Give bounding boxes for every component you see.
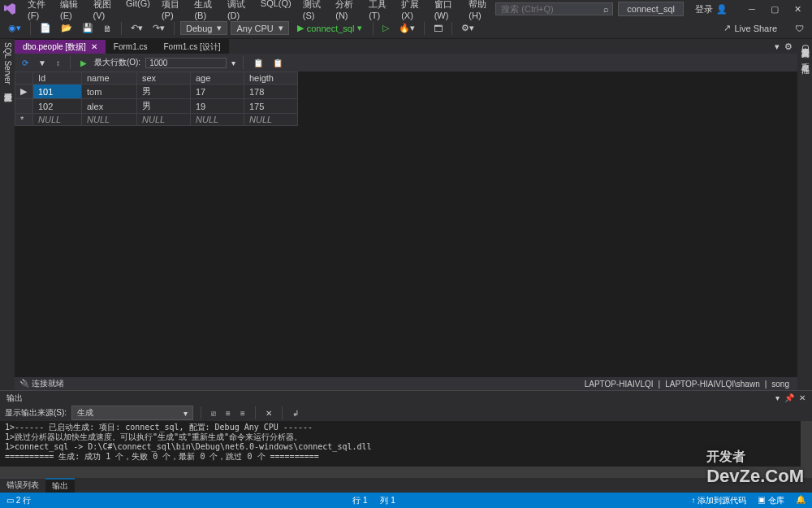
table-row[interactable]: 102alex男19175 xyxy=(15,99,298,114)
login-button[interactable]: 登录 👤 xyxy=(689,2,734,17)
tab-settings-icon[interactable]: ⚙ xyxy=(784,41,793,52)
cell[interactable]: NULL xyxy=(33,114,82,126)
table-row[interactable]: *NULLNULLNULLNULLNULL xyxy=(15,114,298,126)
search-icon[interactable]: ⌕ xyxy=(603,4,609,14)
save-all-button[interactable]: 🗎 xyxy=(100,22,115,35)
find-icon[interactable]: ⎚ xyxy=(209,408,218,419)
new-button[interactable]: 📄 xyxy=(37,21,54,35)
right-side-rail[interactable]: 解决方案资源管理器 Git 更改 属性 xyxy=(797,39,812,390)
menu-item[interactable]: 分析(N) xyxy=(330,0,362,22)
doc-tab[interactable]: Form1.cs [设计] xyxy=(156,39,229,54)
output-text[interactable]: 1>------ 已启动生成: 项目: connect_sql, 配置: Deb… xyxy=(0,421,812,467)
menu-item[interactable]: Git(G) xyxy=(121,0,155,22)
global-search[interactable]: ⌕ xyxy=(495,2,613,15)
user-icon: 👤 xyxy=(716,4,728,15)
back-button[interactable]: ◉▾ xyxy=(5,21,24,35)
cell[interactable]: tom xyxy=(82,85,137,99)
output-scrollbar[interactable] xyxy=(801,421,812,467)
browse-button[interactable]: 🗔 xyxy=(430,22,446,35)
panel-dropdown-icon[interactable]: ▾ xyxy=(775,393,780,402)
tool-button[interactable]: ⚙▾ xyxy=(458,21,477,35)
tab-dropdown[interactable]: ▾ xyxy=(775,41,780,52)
hot-reload-button[interactable]: 🔥▾ xyxy=(395,21,418,35)
max-rows-input[interactable] xyxy=(145,58,227,68)
cell[interactable]: 17 xyxy=(191,85,244,99)
panel-close-icon[interactable]: ✕ xyxy=(799,393,806,402)
execute-icon[interactable]: ▶ xyxy=(78,58,89,68)
menu-item[interactable]: 工具(T) xyxy=(364,0,395,22)
menu-item[interactable]: 窗口(W) xyxy=(430,0,463,22)
tab-errorlist[interactable]: 错误列表 xyxy=(0,478,45,493)
undo-button[interactable]: ↶▾ xyxy=(127,21,146,35)
prev-icon[interactable]: ≡ xyxy=(223,408,233,419)
refresh-icon[interactable]: ⟳ xyxy=(19,58,31,68)
filter-icon[interactable]: ▼ xyxy=(36,58,49,68)
data-grid[interactable]: Idnamesexageheigth▶101tom男17178102alex男1… xyxy=(15,72,298,126)
status-repo[interactable]: ▣ 仓库 xyxy=(758,495,784,506)
menu-item[interactable]: 生成(B) xyxy=(189,0,220,22)
column-header[interactable]: name xyxy=(82,72,137,85)
column-header[interactable]: age xyxy=(191,72,244,85)
left-side-rail[interactable]: SQL Server 对象资源管理器 xyxy=(0,39,15,390)
output-toolbar: 显示输出来源(S): 生成▾ ⎚ ≡ ≡ ✕ ↲ xyxy=(0,405,812,421)
doc-tab[interactable]: dbo.people [数据]✕ xyxy=(15,39,106,54)
wrap-icon[interactable]: ↲ xyxy=(290,408,301,419)
status-add-source[interactable]: ↑ 添加到源代码 xyxy=(691,495,746,506)
row-selector[interactable]: * xyxy=(15,114,33,126)
close-button[interactable]: ✕ xyxy=(786,1,809,17)
cell[interactable]: 102 xyxy=(33,99,82,114)
tab-output[interactable]: 输出 xyxy=(45,478,75,493)
cell[interactable]: NULL xyxy=(82,114,137,126)
output-hscrollbar[interactable] xyxy=(0,467,812,478)
status-rows: ▭ 2 行 xyxy=(6,495,31,506)
menu-item[interactable]: 编辑(E) xyxy=(55,0,86,22)
column-header[interactable]: sex xyxy=(137,72,191,85)
column-header[interactable]: heigth xyxy=(244,72,298,85)
minimize-button[interactable]: ─ xyxy=(741,1,763,17)
row-selector[interactable] xyxy=(15,99,33,114)
menu-item[interactable]: 测试(S) xyxy=(298,0,329,22)
cell[interactable]: 男 xyxy=(137,85,191,99)
next-icon[interactable]: ≡ xyxy=(238,408,248,419)
liveshare-button[interactable]: ↗Live Share xyxy=(717,21,784,35)
cell[interactable]: 男 xyxy=(137,99,191,114)
config-dropdown[interactable]: Debug▾ xyxy=(180,21,227,35)
panel-pin-icon[interactable]: 📌 xyxy=(784,393,794,402)
redo-button[interactable]: ↷▾ xyxy=(149,21,168,35)
menu-item[interactable]: 扩展(X) xyxy=(396,0,427,22)
cell[interactable]: 19 xyxy=(191,99,244,114)
save-button[interactable]: 💾 xyxy=(79,21,97,35)
script2-icon[interactable]: 📋 xyxy=(270,58,285,68)
close-tab-icon[interactable]: ✕ xyxy=(91,42,97,51)
menu-item[interactable]: SQL(Q) xyxy=(256,0,296,22)
script-icon[interactable]: 📋 xyxy=(251,58,266,68)
cell[interactable]: NULL xyxy=(244,114,298,126)
clear-icon[interactable]: ✕ xyxy=(263,408,274,419)
cell[interactable]: alex xyxy=(82,99,137,114)
menu-item[interactable]: 文件(F) xyxy=(23,0,54,22)
table-row[interactable]: ▶101tom男17178 xyxy=(15,85,298,99)
row-selector[interactable]: ▶ xyxy=(15,85,33,99)
cell[interactable]: 175 xyxy=(244,99,298,114)
open-button[interactable]: 📂 xyxy=(58,21,76,35)
cell[interactable]: 178 xyxy=(244,85,298,99)
run-button[interactable]: ▶ connect_sql ▾ xyxy=(292,21,368,35)
sort-icon[interactable]: ↕ xyxy=(54,58,63,68)
menu-item[interactable]: 帮助(H) xyxy=(464,0,495,22)
menu-item[interactable]: 项目(P) xyxy=(157,0,188,22)
chevron-down-icon[interactable]: ▾ xyxy=(231,59,235,67)
status-bell-icon[interactable]: 🔔 xyxy=(796,495,806,506)
search-input[interactable] xyxy=(501,4,607,14)
run-noDebug-button[interactable]: ▷ xyxy=(379,21,392,35)
cell[interactable]: NULL xyxy=(137,114,191,126)
output-source-dropdown[interactable]: 生成▾ xyxy=(71,406,193,420)
cell[interactable]: NULL xyxy=(191,114,244,126)
project-selector[interactable]: connect_sql xyxy=(618,2,684,16)
cell[interactable]: 101 xyxy=(33,85,82,99)
doc-tab[interactable]: Form1.cs xyxy=(106,39,156,54)
menu-item[interactable]: 视图(V) xyxy=(89,0,119,22)
maximize-button[interactable]: ▢ xyxy=(763,1,786,17)
column-header[interactable]: Id xyxy=(33,72,82,85)
platform-dropdown[interactable]: Any CPU▾ xyxy=(231,21,288,35)
menu-item[interactable]: 调试(D) xyxy=(222,0,254,22)
